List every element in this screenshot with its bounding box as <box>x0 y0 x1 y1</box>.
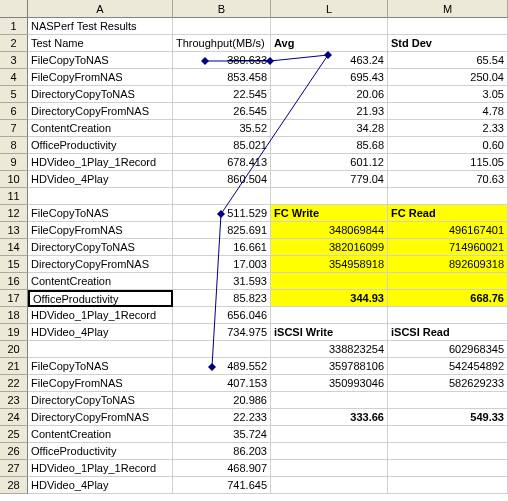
row-header[interactable]: 7 <box>0 120 28 137</box>
cell-A10[interactable]: HDVideo_4Play <box>28 171 173 188</box>
cell-B21[interactable]: 489.552 <box>173 358 271 375</box>
cell-B27[interactable]: 468.907 <box>173 460 271 477</box>
cell-L7[interactable]: 34.28 <box>271 120 388 137</box>
cell-A2[interactable]: Test Name <box>28 35 173 52</box>
cell-B25[interactable]: 35.724 <box>173 426 271 443</box>
cell-A7[interactable]: ContentCreation <box>28 120 173 137</box>
cell-A22[interactable]: FileCopyFromNAS <box>28 375 173 392</box>
row-header[interactable]: 6 <box>0 103 28 120</box>
cell-A24[interactable]: DirectoryCopyFromNAS <box>28 409 173 426</box>
cell-A15[interactable]: DirectoryCopyFromNAS <box>28 256 173 273</box>
row-header[interactable]: 19 <box>0 324 28 341</box>
cell-L1[interactable] <box>271 18 388 35</box>
cell-B22[interactable]: 407.153 <box>173 375 271 392</box>
cell-B1[interactable] <box>173 18 271 35</box>
row-header[interactable]: 4 <box>0 69 28 86</box>
cell-L19[interactable]: iSCSI Write <box>271 324 388 341</box>
cell-L5[interactable]: 20.06 <box>271 86 388 103</box>
cell-L17[interactable]: 344.93 <box>271 290 388 307</box>
cell-M24[interactable]: 549.33 <box>388 409 508 426</box>
cell-A4[interactable]: FileCopyFromNAS <box>28 69 173 86</box>
row-header[interactable]: 28 <box>0 477 28 494</box>
cell-A5[interactable]: DirectoryCopyToNAS <box>28 86 173 103</box>
cell-M18[interactable] <box>388 307 508 324</box>
row-header[interactable]: 11 <box>0 188 28 205</box>
cell-M12[interactable]: FC Read <box>388 205 508 222</box>
cell-M13[interactable]: 496167401 <box>388 222 508 239</box>
cell-B19[interactable]: 734.975 <box>173 324 271 341</box>
cell-L21[interactable]: 359788106 <box>271 358 388 375</box>
cell-B4[interactable]: 853.458 <box>173 69 271 86</box>
row-header[interactable]: 17 <box>0 290 28 307</box>
cell-M26[interactable] <box>388 443 508 460</box>
cell-M23[interactable] <box>388 392 508 409</box>
cell-M27[interactable] <box>388 460 508 477</box>
cell-B3[interactable]: 380.633 <box>173 52 271 69</box>
cell-A26[interactable]: OfficeProductivity <box>28 443 173 460</box>
cell-A25[interactable]: ContentCreation <box>28 426 173 443</box>
cell-A17[interactable]: OfficeProductivity <box>28 290 173 307</box>
cell-M8[interactable]: 0.60 <box>388 137 508 154</box>
row-header[interactable]: 15 <box>0 256 28 273</box>
cell-L8[interactable]: 85.68 <box>271 137 388 154</box>
cell-L24[interactable]: 333.66 <box>271 409 388 426</box>
cell-B8[interactable]: 85.021 <box>173 137 271 154</box>
cell-B14[interactable]: 16.661 <box>173 239 271 256</box>
cell-B26[interactable]: 86.203 <box>173 443 271 460</box>
row-header[interactable]: 8 <box>0 137 28 154</box>
cell-B18[interactable]: 656.046 <box>173 307 271 324</box>
cell-B12[interactable]: 511.529 <box>173 205 271 222</box>
cell-A3[interactable]: FileCopyToNAS <box>28 52 173 69</box>
cell-A20[interactable] <box>28 341 173 358</box>
col-header-B[interactable]: B <box>173 0 271 18</box>
row-header[interactable]: 25 <box>0 426 28 443</box>
row-header[interactable]: 22 <box>0 375 28 392</box>
row-header[interactable]: 14 <box>0 239 28 256</box>
row-header[interactable]: 26 <box>0 443 28 460</box>
cell-A18[interactable]: HDVideo_1Play_1Record <box>28 307 173 324</box>
cell-A11[interactable] <box>28 188 173 205</box>
cell-M16[interactable] <box>388 273 508 290</box>
cell-B9[interactable]: 678.413 <box>173 154 271 171</box>
cell-A19[interactable]: HDVideo_4Play <box>28 324 173 341</box>
cell-M11[interactable] <box>388 188 508 205</box>
cell-A1[interactable]: NASPerf Test Results <box>28 18 173 35</box>
cell-L28[interactable] <box>271 477 388 494</box>
cell-A28[interactable]: HDVideo_4Play <box>28 477 173 494</box>
cell-B6[interactable]: 26.545 <box>173 103 271 120</box>
cell-L25[interactable] <box>271 426 388 443</box>
cell-A9[interactable]: HDVideo_1Play_1Record <box>28 154 173 171</box>
spreadsheet-grid[interactable]: ABLM1NASPerf Test Results2Test NameThrou… <box>0 0 508 494</box>
cell-L18[interactable] <box>271 307 388 324</box>
cell-M15[interactable]: 892609318 <box>388 256 508 273</box>
row-header[interactable]: 1 <box>0 18 28 35</box>
cell-L16[interactable] <box>271 273 388 290</box>
row-header[interactable]: 23 <box>0 392 28 409</box>
cell-B17[interactable]: 85.823 <box>173 290 271 307</box>
cell-M22[interactable]: 582629233 <box>388 375 508 392</box>
cell-B28[interactable]: 741.645 <box>173 477 271 494</box>
row-header[interactable]: 16 <box>0 273 28 290</box>
cell-M10[interactable]: 70.63 <box>388 171 508 188</box>
row-header[interactable]: 3 <box>0 52 28 69</box>
col-header-A[interactable]: A <box>28 0 173 18</box>
corner-cell[interactable] <box>0 0 28 18</box>
cell-B13[interactable]: 825.691 <box>173 222 271 239</box>
cell-L4[interactable]: 695.43 <box>271 69 388 86</box>
cell-L14[interactable]: 382016099 <box>271 239 388 256</box>
cell-M7[interactable]: 2.33 <box>388 120 508 137</box>
cell-L27[interactable] <box>271 460 388 477</box>
cell-M25[interactable] <box>388 426 508 443</box>
cell-A6[interactable]: DirectoryCopyFromNAS <box>28 103 173 120</box>
cell-L12[interactable]: FC Write <box>271 205 388 222</box>
cell-L9[interactable]: 601.12 <box>271 154 388 171</box>
cell-A14[interactable]: DirectoryCopyToNAS <box>28 239 173 256</box>
cell-L6[interactable]: 21.93 <box>271 103 388 120</box>
cell-L22[interactable]: 350993046 <box>271 375 388 392</box>
cell-M1[interactable] <box>388 18 508 35</box>
row-header[interactable]: 2 <box>0 35 28 52</box>
row-header[interactable]: 24 <box>0 409 28 426</box>
cell-L20[interactable]: 338823254 <box>271 341 388 358</box>
row-header[interactable]: 12 <box>0 205 28 222</box>
cell-M28[interactable] <box>388 477 508 494</box>
